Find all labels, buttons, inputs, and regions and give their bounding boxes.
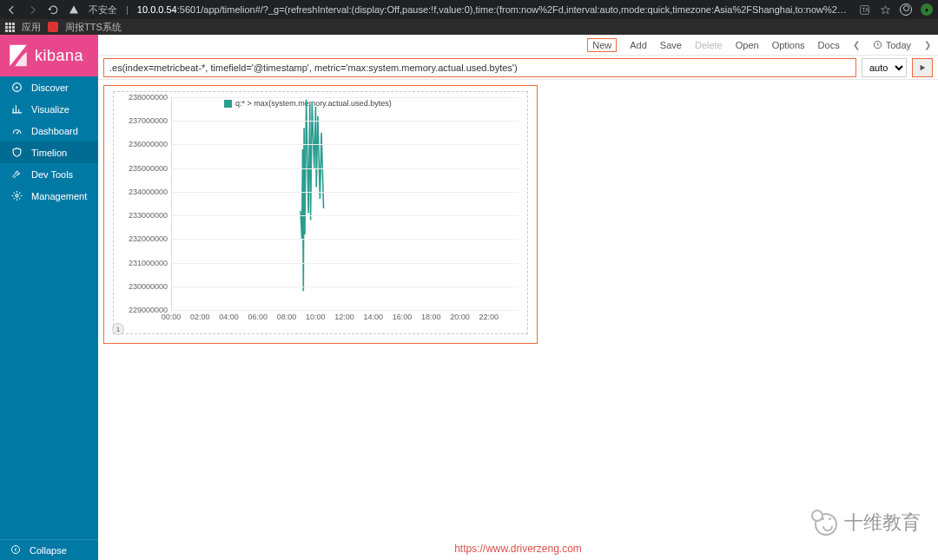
brand-text: kibana [35, 47, 83, 65]
y-tick: 231000000 [129, 259, 168, 267]
y-tick: 237000000 [129, 116, 168, 125]
x-tick: 18:00 [421, 313, 441, 321]
page-badge[interactable]: 1 [112, 323, 124, 335]
timepicker[interactable]: Today [873, 40, 911, 50]
sidebar-item-label: Dev Tools [31, 169, 73, 180]
sidebar-item-label: Management [31, 191, 87, 201]
x-tick: 14:00 [363, 313, 383, 321]
x-tick: 10:00 [306, 313, 326, 321]
sidebar-item-label: Dashboard [31, 126, 78, 136]
x-tick: 12:00 [334, 313, 354, 321]
action-new[interactable]: New [587, 38, 617, 52]
sidebar-item-dev-tools[interactable]: Dev Tools [0, 163, 98, 185]
x-tick: 08:00 [277, 313, 297, 321]
action-save[interactable]: Save [660, 40, 682, 50]
insecure-label: 不安全 [89, 3, 117, 16]
y-tick: 238000000 [129, 93, 168, 102]
profile-icon[interactable] [900, 3, 912, 16]
watermark: 十维教育 [811, 510, 921, 536]
forward-icon[interactable] [26, 3, 38, 16]
y-tick: 233000000 [129, 211, 168, 220]
insecure-icon [68, 3, 80, 16]
footer-url[interactable]: https://www.driverzeng.com [454, 543, 582, 555]
x-tick: 20:00 [450, 313, 470, 321]
sidebar-item-label: Visualize [31, 104, 69, 115]
svg-point-3 [15, 194, 17, 197]
sidebar-item-dashboard[interactable]: Dashboard [0, 120, 98, 142]
next-range-icon[interactable]: ❯ [924, 40, 931, 49]
y-tick: 232000000 [129, 234, 168, 243]
reload-icon[interactable] [47, 3, 59, 16]
query-row: auto [98, 56, 938, 80]
action-delete[interactable]: Delete [695, 40, 723, 50]
y-tick: 235000000 [129, 164, 168, 173]
collapse-button[interactable]: Collapse [0, 539, 98, 560]
barchart-icon [10, 103, 23, 115]
action-open[interactable]: Open [736, 40, 759, 50]
shield-icon [10, 147, 23, 158]
browser-chrome: 不安全 | 10.0.0.54:5601/app/timelion#/?_g=(… [0, 0, 938, 35]
gear-icon [10, 190, 23, 201]
star-icon[interactable] [879, 3, 891, 16]
svg-point-4 [12, 545, 20, 553]
sidebar-item-discover[interactable]: Discover [0, 76, 98, 98]
expression-input[interactable] [103, 58, 856, 77]
watermark-text: 十维教育 [844, 510, 921, 536]
kibana-logo-icon [9, 44, 28, 67]
back-icon[interactable] [5, 3, 17, 16]
x-tick: 02:00 [190, 313, 210, 321]
compass-icon [10, 82, 23, 93]
x-tick: 06:00 [248, 313, 268, 321]
clock-icon [873, 40, 882, 49]
bookmark-label[interactable]: 周报TTS系统 [65, 21, 122, 34]
translate-icon[interactable] [858, 3, 870, 16]
interval-select[interactable]: auto [862, 58, 907, 77]
collapse-icon [10, 544, 21, 557]
y-tick: 230000000 [129, 282, 168, 291]
x-tick: 00:00 [162, 313, 182, 321]
kibana-logo[interactable]: kibana [0, 35, 98, 76]
sidebar-item-management[interactable]: Management [0, 185, 98, 207]
x-tick: 04:00 [219, 313, 239, 321]
prev-range-icon[interactable]: ❮ [853, 40, 860, 49]
y-tick: 234000000 [129, 188, 168, 196]
apps-icon[interactable] [5, 23, 15, 32]
action-options[interactable]: Options [772, 40, 805, 50]
action-bar: NewAddSaveDeleteOpenOptionsDocs❮ Today ❯ [98, 35, 938, 56]
x-tick: 22:00 [479, 313, 499, 321]
sidebar-item-label: Timelion [31, 148, 67, 158]
bookmark-icon[interactable] [48, 22, 58, 32]
y-tick: 236000000 [129, 140, 168, 148]
wrench-icon [10, 168, 23, 180]
apps-label[interactable]: 应用 [22, 21, 41, 34]
content-area: 2290000002300000002310000002320000002330… [98, 80, 938, 560]
sidebar-item-timelion[interactable]: Timelion [0, 142, 98, 163]
run-button[interactable] [912, 58, 933, 77]
sidebar-item-label: Discover [31, 82, 69, 93]
sidebar-item-visualize[interactable]: Visualize [0, 98, 98, 120]
wechat-icon [811, 510, 837, 536]
action-add[interactable]: Add [630, 40, 647, 50]
sidebar: kibana DiscoverVisualizeDashboardTimelio… [0, 35, 98, 560]
gauge-icon [10, 125, 23, 136]
collapse-label: Collapse [30, 545, 67, 556]
chart: 2290000002300000002310000002320000002330… [122, 97, 519, 325]
main: NewAddSaveDeleteOpenOptionsDocs❮ Today ❯… [98, 35, 938, 560]
chart-panel[interactable]: 2290000002300000002310000002320000002330… [103, 85, 538, 344]
address-bar[interactable]: 10.0.0.54:5601/app/timelion#/?_g=(refres… [137, 4, 849, 15]
action-docs[interactable]: Docs [818, 40, 840, 50]
timepicker-label: Today [886, 40, 911, 50]
play-icon [918, 63, 927, 72]
extension-icon[interactable]: ♦ [921, 3, 933, 16]
x-tick: 16:00 [393, 313, 413, 321]
